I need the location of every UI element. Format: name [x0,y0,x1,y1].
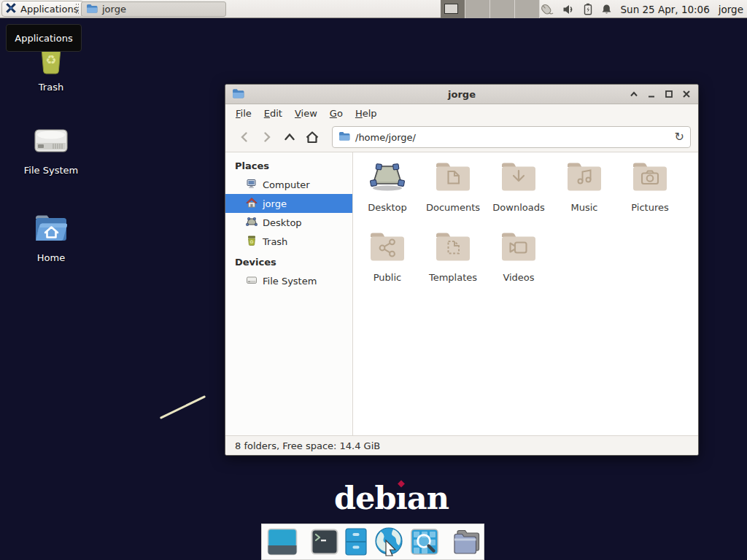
drive-mini-icon [246,274,258,288]
logo-text: deb [334,480,396,516]
username[interactable]: jorge [719,4,743,15]
folder-item-desktop[interactable]: Desktop [355,160,420,213]
menu-help[interactable]: Help [355,108,377,119]
taskbar-handle[interactable] [75,3,80,15]
folder-item-public[interactable]: Public [355,230,420,283]
desktop-icon-label: File System [24,165,78,176]
reload-icon[interactable]: ↻ [675,131,684,143]
computer-icon [246,178,258,192]
logo-text: an [407,480,449,516]
menubar: File Edit View Go Help [225,104,698,122]
public-folder-icon [368,230,406,265]
desktop-icon-home[interactable]: Home [9,211,93,263]
workspace-1[interactable] [441,0,465,18]
sidebar-item-label: jorge [263,198,287,209]
directory-menu-icon[interactable] [452,528,482,556]
sidebar-item-label: Desktop [263,217,302,228]
folder-label: Music [571,202,598,213]
up-button[interactable] [278,126,301,148]
folder-label: Desktop [368,202,407,213]
sidebar-item-trash[interactable]: ♻ Trash [225,232,352,251]
desktop: debıan ♻ Trash [0,0,747,560]
applications-menu-button[interactable]: Applications [1,1,84,17]
videos-folder-icon [500,230,538,265]
close-button[interactable] [681,89,692,99]
clock[interactable]: Sun 25 Apr, 10:06 [621,4,710,15]
workspace-2[interactable] [465,0,490,18]
system-tray: Sun 25 Apr, 10:06 jorge [538,0,744,18]
top-panel: Applications jorge [0,0,747,18]
web-browser-icon[interactable] [374,527,404,556]
folder-label: Downloads [492,202,544,213]
forward-button[interactable] [255,126,278,148]
folder-item-pictures[interactable]: Pictures [617,160,683,213]
file-cabinet-icon[interactable] [345,528,367,556]
home-button[interactable] [301,126,323,148]
statusbar: 8 folders, Free space: 14.4 GiB [225,435,698,455]
address-bar[interactable]: /home/jorge/ ↻ [332,126,691,148]
menu-go[interactable]: Go [330,108,343,119]
status-text: 8 folders, Free space: 14.4 GiB [235,440,380,451]
sidebar-item-computer[interactable]: Computer [225,175,352,194]
applications-menu-label: Applications [20,4,78,15]
workspace-3[interactable] [490,0,515,18]
sidebar-item-label: Computer [263,179,310,190]
sidebar-header-places: Places [225,158,352,175]
stray-line [160,395,206,419]
address-folder-icon [338,131,350,143]
volume-icon[interactable] [562,4,575,15]
file-manager-window: jorge File Edit View Go Help [225,84,699,456]
toolbar: /home/jorge/ ↻ [225,122,698,152]
folder-item-downloads[interactable]: Downloads [486,160,551,213]
folder-label: Documents [426,202,480,213]
menu-view[interactable]: View [295,108,317,119]
minimize-button[interactable] [646,89,657,99]
folder-label: Pictures [631,202,668,213]
tooltip-text: Applications [15,33,72,44]
desktop-icon-label: Trash [39,82,63,93]
dock-panel [261,524,484,560]
home-folder-icon [31,211,71,247]
folder-item-templates[interactable]: Templates [420,230,486,283]
sidebar-item-jorge[interactable]: jorge [225,194,352,213]
music-folder-icon [565,160,603,195]
hard-drive-icon [31,124,71,160]
folder-icon [86,4,98,15]
back-button[interactable] [233,126,255,148]
xfce-logo-icon [5,2,17,16]
window-titlebar[interactable]: jorge [225,85,698,104]
workspace-switcher [441,0,540,18]
folder-item-videos[interactable]: Videos [486,230,551,283]
folder-label: Templates [429,272,477,283]
folder-item-music[interactable]: Music [551,160,617,213]
folder-item-documents[interactable]: Documents [420,160,486,213]
battery-icon[interactable] [584,3,592,15]
pictures-folder-icon [631,160,669,195]
menu-edit[interactable]: Edit [264,108,282,119]
sidebar-item-file-system[interactable]: File System [225,271,352,290]
folder-view[interactable]: Desktop Documents [353,152,698,435]
documents-folder-icon [434,160,472,195]
sidebar-item-label: Trash [263,236,287,247]
desktop-icon [368,160,406,195]
taskbar-window-label: jorge [102,4,126,15]
app-finder-icon[interactable] [411,529,438,555]
templates-folder-icon [434,230,472,265]
workspace-4[interactable] [515,0,540,18]
menu-file[interactable]: File [236,108,252,119]
workspace-window-thumb [444,4,458,14]
desktop-mini-icon [246,216,258,230]
terminal-icon[interactable] [311,529,338,555]
maximize-button[interactable] [664,89,674,99]
desktop-icon-file-system[interactable]: File System [9,124,93,176]
svg-text:♻: ♻ [45,52,56,67]
shade-button[interactable] [629,89,639,99]
sidebar-item-desktop[interactable]: Desktop [225,213,352,232]
address-path[interactable]: /home/jorge/ [355,132,670,143]
notification-bell-icon[interactable] [601,4,612,15]
downloads-folder-icon [500,160,538,195]
mouse-icon[interactable] [538,2,554,17]
taskbar-window-button[interactable]: jorge [81,1,226,17]
show-desktop-icon[interactable] [267,528,298,556]
folder-label: Videos [503,272,534,283]
